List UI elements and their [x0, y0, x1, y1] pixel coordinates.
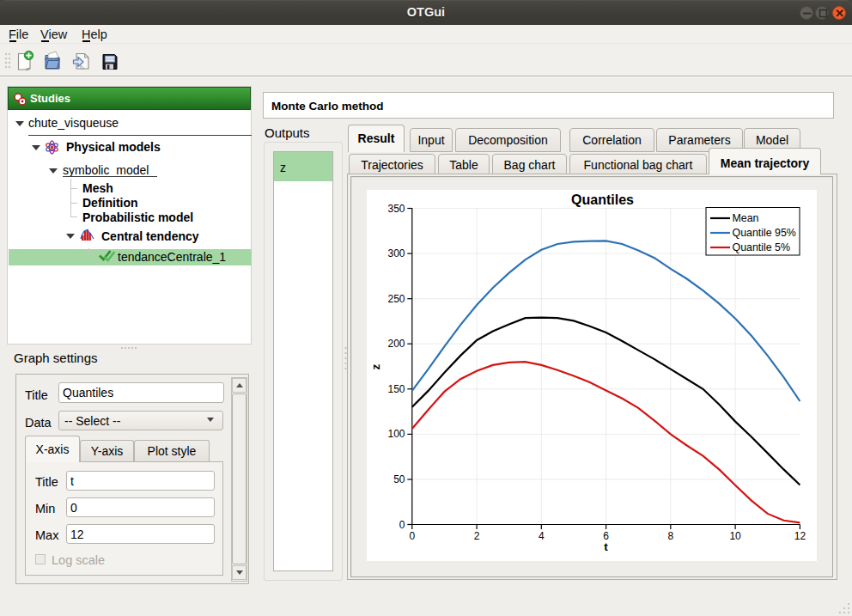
- svg-text:100: 100: [387, 428, 405, 440]
- svg-text:Quantile 5%: Quantile 5%: [733, 241, 791, 253]
- svg-text:8: 8: [667, 530, 673, 542]
- svg-text:Quantiles: Quantiles: [571, 192, 634, 207]
- svg-text:200: 200: [387, 338, 405, 350]
- svg-text:0: 0: [399, 519, 405, 531]
- svg-text:0: 0: [409, 530, 415, 542]
- svg-text:Mean: Mean: [733, 212, 759, 224]
- svg-text:2: 2: [474, 530, 480, 542]
- svg-text:300: 300: [387, 247, 405, 259]
- svg-text:4: 4: [539, 530, 545, 542]
- svg-text:350: 350: [387, 203, 405, 215]
- svg-text:z: z: [369, 363, 382, 369]
- svg-text:50: 50: [393, 473, 405, 485]
- svg-text:Quantile 95%: Quantile 95%: [733, 227, 796, 239]
- svg-text:250: 250: [387, 293, 405, 305]
- svg-text:12: 12: [794, 530, 806, 542]
- svg-text:150: 150: [387, 383, 405, 395]
- svg-text:t: t: [604, 540, 608, 553]
- svg-text:10: 10: [729, 530, 741, 542]
